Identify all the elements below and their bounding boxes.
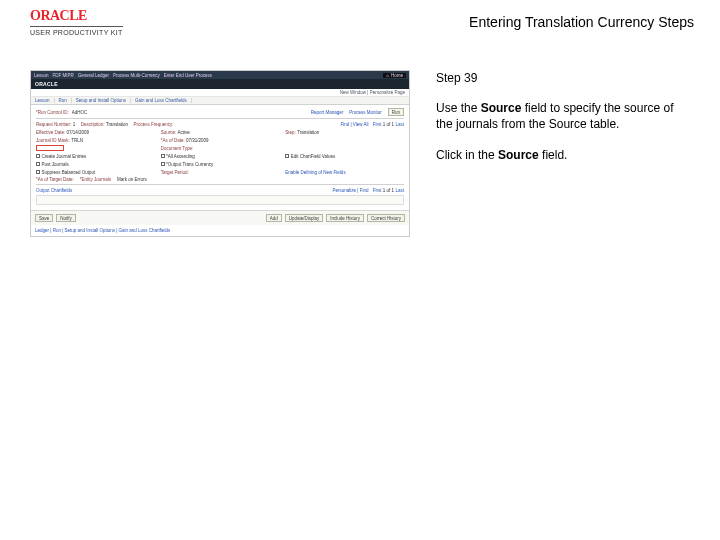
mini-link: Process Monitor	[349, 110, 382, 115]
mini-label: Target Period:	[161, 170, 189, 175]
mini-value: Mark on Errors	[117, 177, 147, 182]
mini-value: Translation	[297, 130, 319, 135]
mini-tab: Run	[55, 98, 72, 103]
mini-footer-links: Ledger | Run | Setup and Install Options…	[31, 225, 409, 236]
mini-tab: Lesson	[31, 98, 55, 103]
mini-cb-label: *All Ascending	[166, 154, 195, 159]
mini-label: Effective Date:	[36, 130, 65, 135]
step-number: Step 39	[436, 70, 686, 86]
mini-link: Report Manager	[311, 110, 344, 115]
brand-logo-text: ORACLE	[30, 8, 123, 24]
mini-label: *Entity Journals	[80, 177, 111, 182]
checkbox-icon	[161, 162, 165, 166]
page-title: Entering Translation Currency Steps	[469, 8, 702, 30]
mini-cb-label: *Output Trans Currency	[166, 162, 213, 167]
instruction-paragraph-1: Use the Source field to specify the sour…	[436, 100, 686, 132]
mini-link: First	[373, 188, 382, 193]
mini-value: 1	[73, 122, 76, 127]
mini-link: Last	[395, 122, 404, 127]
mini-crumb: Process Multi-Currency	[113, 73, 160, 78]
mini-breadcrumb-bar: Lesson FDF MIPR General Ledger Process M…	[31, 71, 409, 79]
mini-label: *As of Target Date:	[36, 177, 74, 182]
mini-link: Last	[395, 188, 404, 193]
mini-label: Journal ID Mask:	[36, 138, 70, 143]
mini-cb-label: Create Journal Entries	[41, 154, 86, 159]
mini-value: 1 of 1	[383, 122, 394, 127]
instruction-panel: Step 39 Use the Source field to specify …	[436, 70, 686, 237]
mini-cb-label: Post Journals	[41, 162, 68, 167]
mini-section-title: Output Chartfields	[36, 188, 72, 193]
checkbox-icon	[36, 162, 40, 166]
brand-block: ORACLE USER PRODUCTIVITY KIT	[30, 8, 123, 36]
mini-label: Description:	[81, 122, 105, 127]
mini-label: Step:	[285, 130, 296, 135]
mini-value: 07/31/2009	[186, 138, 209, 143]
mini-value: 1 of 1	[383, 188, 394, 193]
mini-sublinks: New Window | Personalize Page	[31, 89, 409, 97]
mini-value: Translation	[106, 122, 128, 127]
mini-notify-button: Notify	[56, 214, 76, 222]
mini-update-button: Update/Display	[285, 214, 324, 222]
mini-label: Process Frequency:	[134, 122, 174, 127]
mini-button-bar: Save Notify Add Update/Display Include H…	[31, 210, 409, 225]
mini-save-button: Save	[35, 214, 53, 222]
mini-link: First	[373, 122, 382, 127]
mini-label: Request Number:	[36, 122, 71, 127]
checkbox-icon	[36, 170, 40, 174]
mini-crumb: FDF MIPR	[53, 73, 74, 78]
mini-cb-label: Edit ChartField Values	[291, 154, 335, 159]
mini-tab-bar: Lesson Run Setup and Install Options Gai…	[31, 97, 409, 105]
bold-source-2: Source	[498, 148, 539, 162]
mini-label: *As of Date:	[161, 138, 185, 143]
mini-crumb: Enter End User Process	[164, 73, 212, 78]
bold-source-1: Source	[481, 101, 522, 115]
checkbox-icon	[161, 154, 165, 158]
instruction-paragraph-2: Click in the Source field.	[436, 147, 686, 163]
checkbox-icon	[285, 154, 289, 158]
screenshot-thumbnail: Lesson FDF MIPR General Ledger Process M…	[30, 70, 410, 237]
mini-add-button: Add	[266, 214, 282, 222]
mini-tab: Gain and Loss Chartfields	[131, 98, 192, 103]
mini-tab: Setup and Install Options	[72, 98, 131, 103]
mini-crumb: Lesson	[34, 73, 49, 78]
mini-label: *Run Control ID:	[36, 110, 69, 115]
mini-cb-label: Suppress Balanced Output	[41, 170, 95, 175]
mini-corrhist-button: Correct History	[367, 214, 405, 222]
brand-product-text: USER PRODUCTIVITY KIT	[30, 26, 123, 36]
mini-label: Source:	[161, 130, 177, 135]
mini-inclhist-button: Include History	[326, 214, 364, 222]
source-field-highlight[interactable]	[36, 145, 64, 151]
mini-label: Document Type:	[161, 146, 194, 151]
mini-link: Find | View All	[340, 122, 368, 127]
mini-value: TRLN	[71, 138, 83, 143]
checkbox-icon	[36, 154, 40, 158]
mini-brand-bar: ORACLE	[31, 79, 409, 89]
mini-run-button: Run	[388, 108, 404, 116]
mini-value: AdHOC	[72, 110, 88, 115]
home-icon: ⌂	[386, 73, 389, 78]
mini-oracle-logo: ORACLE	[35, 81, 58, 87]
mini-grid-placeholder	[36, 195, 404, 205]
mini-crumb: General Ledger	[78, 73, 109, 78]
mini-link: Personalize | Find	[333, 188, 369, 193]
mini-link: Enable Defining of New Fields	[285, 170, 345, 175]
mini-value: 07/14/2009	[67, 130, 90, 135]
mini-value: Active	[178, 130, 190, 135]
mini-home-button: ⌂ Home	[383, 73, 406, 78]
